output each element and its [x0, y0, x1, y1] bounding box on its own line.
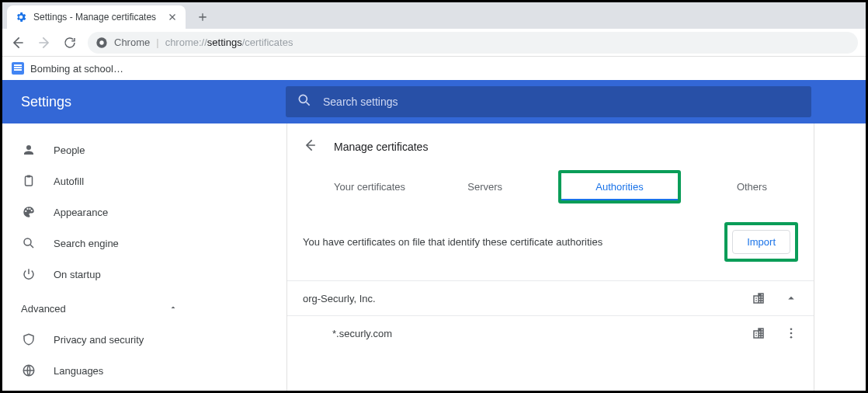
cert-group-row[interactable]: org-Securly, Inc.: [287, 280, 814, 315]
svg-rect-4: [27, 176, 31, 178]
settings-sidebar: People Autofill Appearance Search engine…: [2, 123, 201, 391]
tab-others[interactable]: Others: [731, 170, 773, 203]
palette-icon: [21, 205, 36, 219]
svg-point-8: [790, 332, 793, 335]
settings-header: Settings: [2, 80, 866, 123]
settings-gear-icon: [15, 11, 27, 23]
power-icon: [21, 267, 36, 281]
sidebar-label: Privacy and security: [54, 334, 144, 346]
svg-rect-3: [26, 176, 33, 186]
sidebar-label: Appearance: [54, 207, 108, 218]
tab-your-certificates[interactable]: Your certificates: [328, 170, 411, 203]
browser-toolbar: Chrome | chrome://settings/certificates: [2, 29, 866, 57]
person-icon: [21, 143, 36, 157]
domain-icon: [752, 326, 766, 340]
omnibox-product: Chrome: [114, 37, 150, 48]
sidebar-advanced-toggle[interactable]: Advanced: [2, 293, 201, 324]
tab-servers[interactable]: Servers: [461, 170, 509, 203]
omnibox-separator: |: [156, 37, 158, 48]
certificate-tabs: Your certificates Servers Authorities Ot…: [287, 170, 814, 203]
browser-tab-strip: Settings - Manage certificates: [2, 2, 866, 29]
settings-title: Settings: [2, 94, 286, 110]
highlight-box-import: Import: [724, 222, 798, 262]
svg-point-2: [299, 95, 307, 103]
sidebar-label: Autofill: [54, 176, 84, 187]
description-row: You have certificates on file that ident…: [287, 203, 814, 280]
content-area: Manage certificates Your certificates Se…: [201, 123, 866, 391]
sidebar-item-appearance[interactable]: Appearance: [2, 196, 201, 228]
svg-point-7: [790, 328, 793, 330]
browser-tab[interactable]: Settings - Manage certificates: [7, 5, 186, 29]
clipboard-icon: [21, 174, 36, 188]
sidebar-item-autofill[interactable]: Autofill: [2, 165, 201, 196]
sidebar-item-on-startup[interactable]: On startup: [2, 259, 201, 290]
cert-item-row[interactable]: *.securly.com: [287, 315, 814, 350]
bookmarks-bar: Bombing at school…: [2, 57, 866, 80]
svg-point-5: [24, 238, 31, 245]
highlight-box-authorities: Authorities: [558, 170, 680, 203]
cert-item-name: *.securly.com: [332, 328, 392, 339]
chrome-icon: [95, 37, 108, 49]
svg-point-9: [790, 336, 793, 339]
settings-search[interactable]: [286, 86, 811, 117]
sidebar-label: On startup: [54, 269, 101, 280]
sidebar-item-languages[interactable]: Languages: [2, 355, 201, 386]
settings-app: Settings People Autofill Appearance: [2, 80, 866, 391]
sidebar-label: People: [54, 144, 85, 156]
sidebar-item-people[interactable]: People: [2, 134, 201, 165]
sidebar-label: Languages: [54, 365, 103, 377]
reload-button[interactable]: [63, 36, 77, 50]
chevron-up-icon: [168, 303, 178, 315]
new-tab-button[interactable]: [192, 6, 214, 28]
omnibox-url: chrome://settings/certificates: [165, 37, 293, 48]
tab-title: Settings - Manage certificates: [33, 12, 161, 23]
page-header: Manage certificates: [287, 123, 814, 170]
bookmark-item[interactable]: Bombing at school…: [30, 63, 123, 75]
address-bar[interactable]: Chrome | chrome://settings/certificates: [88, 32, 858, 54]
domain-icon: [752, 291, 766, 305]
shield-icon: [21, 332, 36, 346]
cert-group-name: org-Securly, Inc.: [303, 293, 376, 304]
chevron-up-icon[interactable]: [784, 291, 798, 305]
page-title: Manage certificates: [334, 141, 428, 153]
forward-button[interactable]: [36, 35, 52, 50]
tab-authorities[interactable]: Authorities: [561, 173, 677, 200]
page-back-button[interactable]: [303, 137, 318, 156]
advanced-label: Advanced: [21, 303, 66, 315]
more-button[interactable]: [784, 326, 798, 340]
settings-search-input[interactable]: [323, 96, 800, 108]
back-button[interactable]: [10, 35, 26, 50]
description-text: You have certificates on file that ident…: [303, 236, 602, 248]
import-button[interactable]: Import: [732, 230, 790, 254]
search-icon: [21, 236, 36, 250]
svg-point-1: [99, 40, 103, 44]
docs-icon: [12, 62, 24, 75]
sidebar-item-privacy[interactable]: Privacy and security: [2, 324, 201, 355]
search-icon: [297, 92, 312, 111]
sidebar-item-search-engine[interactable]: Search engine: [2, 228, 201, 259]
close-icon[interactable]: [167, 12, 178, 23]
sidebar-label: Search engine: [54, 238, 119, 249]
globe-icon: [21, 363, 36, 377]
